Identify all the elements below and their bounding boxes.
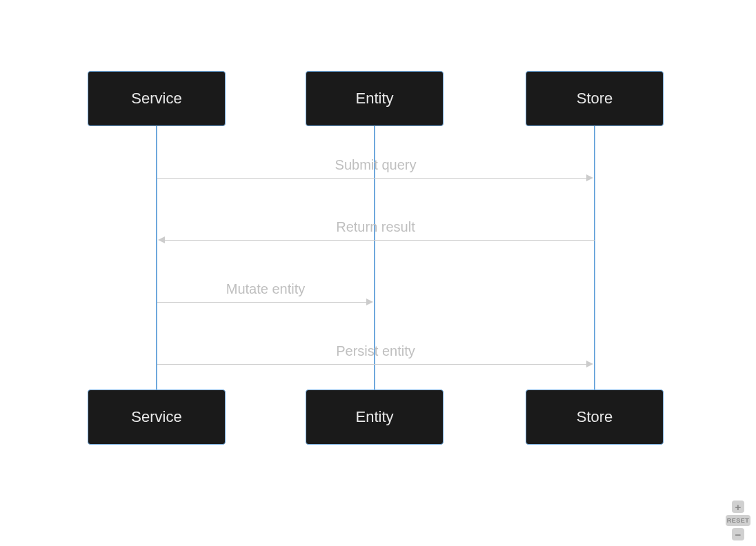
actor-box-store-bottom: Store (526, 390, 664, 445)
message-arrow-mutate-entity (157, 302, 368, 303)
actor-box-service-top: Service (88, 71, 226, 126)
actor-box-service-bottom: Service (88, 390, 226, 445)
sequence-diagram: Service Entity Store Submit query Return… (0, 0, 756, 546)
actor-box-entity-top: Entity (306, 71, 444, 126)
actor-label: Entity (355, 90, 393, 108)
actor-label: Store (577, 90, 613, 108)
zoom-controls: + RESET − (726, 501, 750, 540)
arrowhead-icon (586, 361, 593, 367)
actor-label: Entity (355, 408, 393, 426)
zoom-in-button[interactable]: + (732, 501, 744, 513)
message-arrow-return-result (164, 240, 595, 241)
actor-label: Service (131, 408, 181, 426)
message-label-submit-query: Submit query (157, 157, 595, 173)
message-label-return-result: Return result (157, 219, 595, 235)
arrowhead-icon (158, 236, 165, 243)
actor-box-store-top: Store (526, 71, 664, 126)
message-arrow-persist-entity (157, 364, 588, 365)
reset-label: RESET (727, 517, 750, 524)
actor-label: Store (577, 408, 613, 426)
actor-label: Service (131, 90, 181, 108)
message-arrow-submit-query (157, 178, 588, 179)
plus-icon: + (735, 502, 742, 512)
minus-icon: − (735, 529, 742, 540)
arrowhead-icon (366, 299, 373, 305)
actor-box-entity-bottom: Entity (306, 390, 444, 445)
zoom-reset-button[interactable]: RESET (726, 515, 750, 526)
zoom-out-button[interactable]: − (732, 528, 744, 540)
arrowhead-icon (586, 174, 593, 181)
message-label-mutate-entity: Mutate entity (157, 281, 375, 297)
message-label-persist-entity: Persist entity (157, 343, 595, 359)
